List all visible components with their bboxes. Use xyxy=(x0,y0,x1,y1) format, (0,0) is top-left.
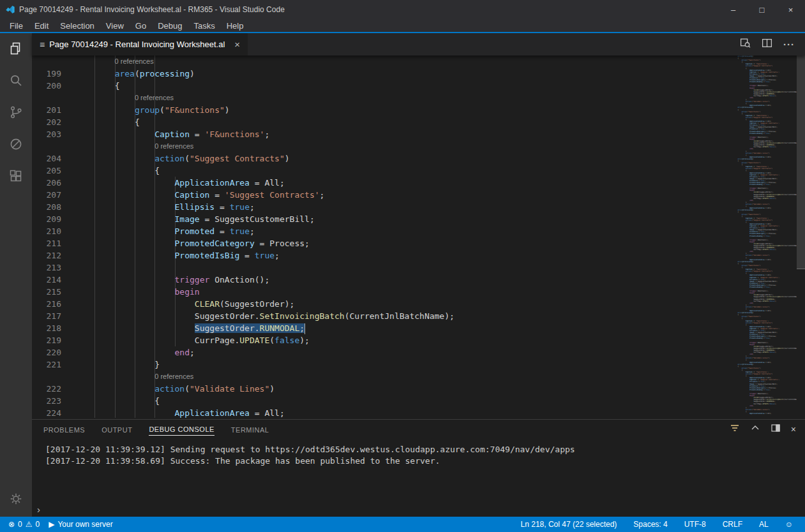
source-control-icon[interactable] xyxy=(8,105,24,120)
line-number[interactable]: 204 xyxy=(32,152,61,165)
codelens-line[interactable]: 0 references xyxy=(32,371,726,383)
line-number[interactable]: 200 xyxy=(32,80,61,92)
close-window-button[interactable]: × xyxy=(776,0,805,19)
panel-tab-terminal[interactable]: TERMINAL xyxy=(231,424,269,436)
panel-tab-problems[interactable]: PROBLEMS xyxy=(43,424,85,436)
code-line[interactable]: 220 end; xyxy=(32,346,726,358)
code-line[interactable]: 206 ApplicationArea = All; xyxy=(32,177,726,189)
maximize-panel-icon[interactable] xyxy=(750,423,760,436)
cursor-position[interactable]: Ln 218, Col 47 (22 selected) xyxy=(518,517,621,532)
line-number[interactable]: 221 xyxy=(32,358,61,371)
line-number[interactable]: 207 xyxy=(32,189,61,201)
filter-icon[interactable] xyxy=(730,423,740,436)
code-line[interactable]: 213 xyxy=(32,262,726,274)
code-line[interactable]: 202 { xyxy=(32,116,726,128)
code-line[interactable]: 199 area(processing) xyxy=(32,68,726,80)
code-line[interactable]: 221 } xyxy=(32,358,726,371)
code-line[interactable]: 215 begin xyxy=(32,286,726,298)
line-number[interactable]: 215 xyxy=(32,286,61,298)
code-line[interactable]: 216 CLEAR(SuggestOrder); xyxy=(32,298,726,310)
code-line[interactable]: 204 action("Suggest Contracts") xyxy=(32,152,726,165)
language-mode[interactable]: AL xyxy=(756,517,772,532)
feedback-smiley-icon[interactable]: ☺ xyxy=(782,517,796,532)
extensions-icon[interactable] xyxy=(8,168,24,184)
codelens-line[interactable]: 0 references xyxy=(32,55,726,68)
line-number[interactable]: 206 xyxy=(32,177,61,189)
indentation-status[interactable]: Spaces: 4 xyxy=(630,517,670,532)
panel-tab-output[interactable]: OUTPUT xyxy=(102,424,132,436)
close-panel-icon[interactable]: × xyxy=(791,424,796,434)
line-number[interactable]: 218 xyxy=(32,322,61,334)
line-number[interactable]: 211 xyxy=(32,237,61,249)
code-line[interactable]: 224 ApplicationArea = All; xyxy=(32,407,726,419)
code-line[interactable]: 208 Ellipsis = true; xyxy=(32,201,726,213)
menu-go[interactable]: Go xyxy=(130,21,152,31)
code-line[interactable]: 211 PromotedCategory = Process; xyxy=(32,237,726,249)
menu-selection[interactable]: Selection xyxy=(54,21,100,31)
settings-gear-icon[interactable] xyxy=(8,491,24,506)
line-number[interactable]: 199 xyxy=(32,68,61,80)
menu-tasks[interactable]: Tasks xyxy=(188,21,220,31)
code-line[interactable]: 212 PromotedIsBig = true; xyxy=(32,249,726,262)
line-number[interactable]: 217 xyxy=(32,310,61,322)
more-actions-icon[interactable]: ··· xyxy=(783,39,795,50)
panel-tab-debug-console[interactable]: DEBUG CONSOLE xyxy=(149,423,214,436)
menu-view[interactable]: View xyxy=(100,21,130,31)
code-line[interactable]: 218 SuggestOrder.RUNMODAL; xyxy=(32,322,726,334)
line-number[interactable]: 208 xyxy=(32,201,61,213)
split-editor-icon[interactable] xyxy=(762,38,772,51)
debug-console-input[interactable]: › xyxy=(32,501,805,517)
problems-status[interactable]: ⊗ 0 ⚠ 0 xyxy=(5,517,43,532)
editor-scrollbar[interactable] xyxy=(797,55,805,419)
code-line[interactable]: 201 group("F&unctions") xyxy=(32,104,726,116)
tab-rental-invoicing-worksheet[interactable]: ≡ Page 70014249 - Rental Invoicing Works… xyxy=(32,33,248,55)
line-number[interactable]: 201 xyxy=(32,104,61,116)
line-number[interactable]: 213 xyxy=(32,262,61,274)
search-icon[interactable] xyxy=(8,73,24,88)
line-number[interactable] xyxy=(32,92,61,104)
scrollbar-thumb[interactable] xyxy=(797,55,805,269)
line-number[interactable]: 224 xyxy=(32,407,61,419)
maximize-button[interactable]: □ xyxy=(748,0,776,19)
code-line[interactable]: 222 action("Validate Lines") xyxy=(32,383,726,395)
explorer-icon[interactable] xyxy=(8,41,24,56)
code-line[interactable]: 217 SuggestOrder.SetInvoicingBatch(Curre… xyxy=(32,310,726,322)
code-line[interactable]: 223 { xyxy=(32,395,726,407)
line-number[interactable]: 223 xyxy=(32,395,61,407)
code-editor[interactable]: 0 references199 area(processing)200 {0 r… xyxy=(32,55,726,419)
menu-edit[interactable]: Edit xyxy=(29,21,54,31)
line-number[interactable]: 216 xyxy=(32,298,61,310)
codelens-line[interactable]: 0 references xyxy=(32,140,726,152)
line-number[interactable] xyxy=(32,140,61,152)
tab-close-icon[interactable]: × xyxy=(234,39,240,50)
line-number[interactable]: 210 xyxy=(32,225,61,237)
codelens-line[interactable]: 0 references xyxy=(32,92,726,104)
line-number[interactable]: 203 xyxy=(32,128,61,140)
minimize-button[interactable]: – xyxy=(719,0,748,19)
eol-status[interactable]: CRLF xyxy=(719,517,746,532)
menu-file[interactable]: File xyxy=(4,21,29,31)
encoding-status[interactable]: UTF-8 xyxy=(681,517,709,532)
server-status[interactable]: ▶ Your own server xyxy=(45,517,116,532)
code-line[interactable]: 207 Caption = 'Suggest Contracts'; xyxy=(32,189,726,201)
line-number[interactable]: 212 xyxy=(32,249,61,262)
menu-help[interactable]: Help xyxy=(221,21,250,31)
line-number[interactable] xyxy=(32,371,61,383)
line-number[interactable]: 214 xyxy=(32,274,61,286)
debug-icon[interactable] xyxy=(8,137,24,152)
code-line[interactable]: 214 trigger OnAction(); xyxy=(32,274,726,286)
menu-debug[interactable]: Debug xyxy=(152,21,188,31)
code-line[interactable]: 209 Image = SuggestCustomerBill; xyxy=(32,213,726,225)
line-number[interactable] xyxy=(32,55,61,68)
line-number[interactable]: 220 xyxy=(32,346,61,358)
line-number[interactable]: 202 xyxy=(32,116,61,128)
split-panel-icon[interactable] xyxy=(771,423,781,436)
line-number[interactable]: 222 xyxy=(32,383,61,395)
line-number[interactable]: 209 xyxy=(32,213,61,225)
code-line[interactable]: 205 { xyxy=(32,165,726,177)
open-preview-icon[interactable] xyxy=(740,38,751,51)
line-number[interactable]: 205 xyxy=(32,165,61,177)
code-line[interactable]: 210 Promoted = true; xyxy=(32,225,726,237)
code-line[interactable]: 200 { xyxy=(32,80,726,92)
code-line[interactable]: 219 CurrPage.UPDATE(false); xyxy=(32,334,726,346)
